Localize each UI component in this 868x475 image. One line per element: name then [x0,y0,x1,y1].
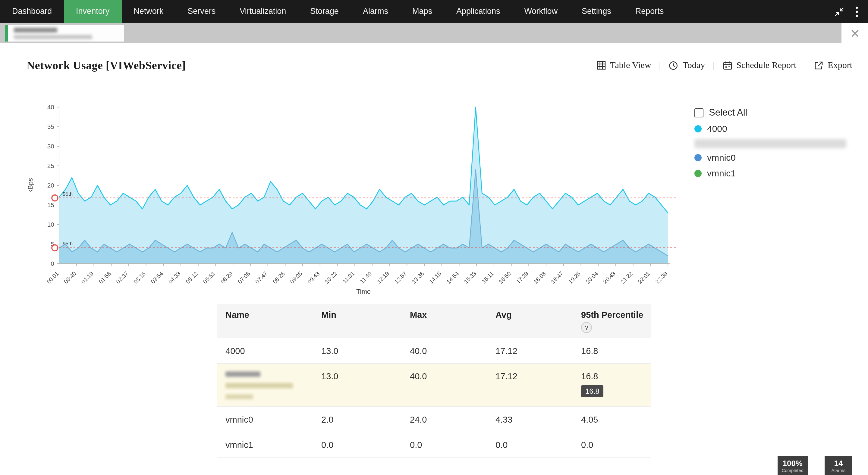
cell-p95: 16.816.8 [572,363,651,407]
y-tick-label: 0 [51,260,54,267]
nav-item-settings[interactable]: Settings [569,0,623,23]
col-header-95th-percentile: 95th Percentile? [572,304,651,338]
p95-tooltip: 16.8 [581,385,604,397]
x-tick-label: 07:08 [237,270,251,285]
legend-label: 4000 [707,124,727,134]
nav-item-applications[interactable]: Applications [444,0,513,23]
nav-right [834,0,868,23]
nav-items: DashboardInventoryNetworkServersVirtuali… [0,0,676,23]
x-tick-label: 03:15 [132,270,147,285]
alarms-label: Alarms [829,468,848,473]
legend-dot [694,169,702,177]
x-tick-label: 22:01 [637,270,651,285]
blurred-name-line [225,394,253,399]
cell-max: 40.0 [401,363,487,407]
cell-name: 4000 [217,338,313,363]
nav-item-servers[interactable]: Servers [176,0,227,23]
cell-min: 0.0 [313,432,401,457]
chart-svg: 0510152025303540kBps00:0100:4001:1901:58… [24,100,730,305]
cell-p95: 4.05 [572,407,651,432]
action-separator: | [713,60,715,70]
table-view-button[interactable]: Table View [597,60,651,70]
cell-avg: 0.0 [487,432,572,457]
nav-item-reports[interactable]: Reports [623,0,676,23]
select-all-row[interactable]: Select All [694,107,863,118]
x-tick-label: 00:40 [63,270,77,285]
cell-name [217,363,313,407]
nav-item-inventory[interactable]: Inventory [64,0,121,23]
app-window: DashboardInventoryNetworkServersVirtuali… [0,0,868,475]
cell-min: 2.0 [313,407,401,432]
x-tick-label: 22:39 [654,270,669,285]
legend-item-vmnic1[interactable]: vmnic1 [694,168,863,178]
legend-item-blurred[interactable] [694,139,846,148]
series-area-4000 [59,107,668,264]
schedule-report-label: Schedule Report [736,60,796,70]
nav-item-dashboard[interactable]: Dashboard [0,0,64,23]
notification-card[interactable] [5,25,124,41]
blurred-name-line [225,383,293,388]
percentile-label: 95th [63,241,73,246]
legend-label: vmnic1 [707,168,736,178]
cell-avg: 17.12 [487,338,572,363]
x-tick-label: 19:25 [567,270,582,285]
x-tick-label: 05:51 [202,270,216,285]
x-tick-label: 08:26 [272,270,286,285]
x-tick-label: 16:50 [498,270,512,285]
cell-name: vmnic0 [217,407,313,432]
x-tick-label: 21:22 [619,270,634,285]
x-tick-label: 06:29 [219,270,234,285]
alarms-badge[interactable]: 14 Alarms [825,456,852,475]
x-tick-label: 03:54 [150,270,164,285]
percentile-marker[interactable] [52,245,58,251]
table-row-vmnic1: vmnic10.00.00.00.0 [217,432,651,457]
nav-item-alarms[interactable]: Alarms [351,0,400,23]
schedule-report-button[interactable]: Schedule Report [722,60,796,70]
cell-name: vmnic1 [217,432,313,457]
legend-item-vmnic0[interactable]: vmnic0 [694,152,863,163]
x-tick-label: 07:47 [254,270,269,285]
nav-item-maps[interactable]: Maps [400,0,444,23]
collapse-icon[interactable] [834,6,844,16]
export-label: Export [828,60,852,70]
cell-max: 24.0 [401,407,487,432]
y-axis-label: kBps [27,178,34,193]
nav-item-workflow[interactable]: Workflow [513,0,570,23]
legend-label: vmnic0 [707,152,736,163]
x-tick-label: 13:36 [410,270,425,285]
table-row-vmnic0: vmnic02.024.04.334.05 [217,407,651,432]
nav-item-storage[interactable]: Storage [298,0,351,23]
y-tick-label: 35 [47,123,54,130]
select-all-label: Select All [709,107,747,118]
col-header-max: Max [401,304,487,338]
x-tick-label: 12:57 [393,270,408,285]
x-tick-label: 05:12 [184,270,199,285]
table-row-blurred: 13.040.017.1216.816.8 [217,363,651,407]
y-tick-label: 15 [47,201,54,208]
export-button[interactable]: Export [814,60,852,70]
today-label: Today [683,60,705,70]
percentile-marker[interactable] [52,195,58,201]
table-row-4000: 400013.040.017.1216.8 [217,338,651,363]
x-tick-label: 17:29 [515,270,530,285]
nav-item-virtualization[interactable]: Virtualization [227,0,298,23]
action-separator: | [804,60,806,70]
report-actions: Table View|Today|Schedule Report|Export [597,60,852,70]
percentile-label: 95th [63,191,73,197]
x-tick-label: 16:11 [480,270,495,284]
legend-dot [694,154,702,161]
select-all-checkbox[interactable] [694,108,704,117]
y-tick-label: 40 [47,104,54,110]
help-icon[interactable]: ? [581,322,592,333]
today-button[interactable]: Today [669,60,705,70]
action-separator: | [659,60,661,70]
kebab-menu-icon[interactable] [855,6,858,17]
stats-table: NameMinMaxAvg95th Percentile?400013.040.… [217,304,651,457]
nav-item-network[interactable]: Network [121,0,176,23]
x-tick-label: 20:43 [602,270,616,285]
completed-badge[interactable]: 100% Completed [777,456,808,475]
y-tick-label: 20 [47,182,54,189]
legend-item-4000[interactable]: 4000 [694,124,863,134]
cell-avg: 4.33 [487,407,572,432]
close-icon[interactable]: × [850,25,860,41]
